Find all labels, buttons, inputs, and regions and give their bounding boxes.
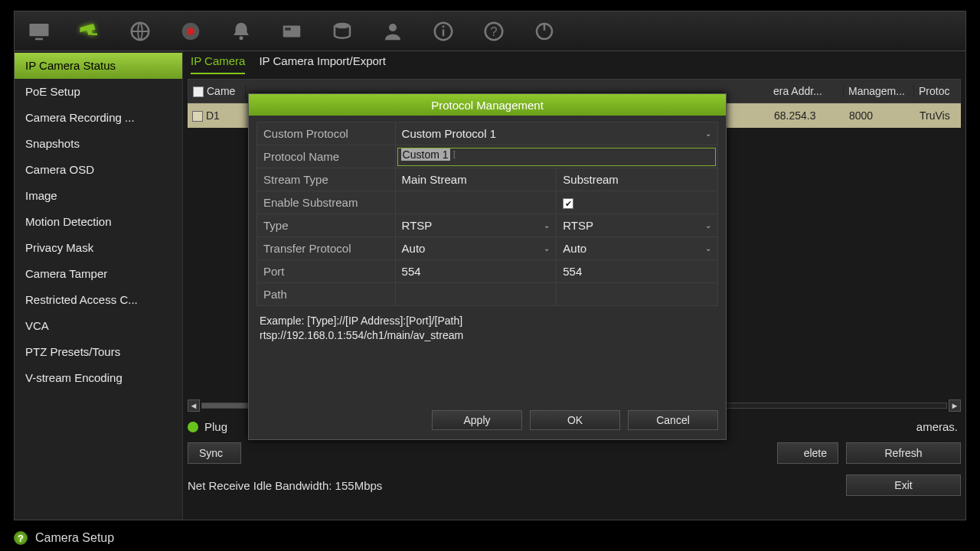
sidebar-item-privacy-mask[interactable]: Privacy Mask	[15, 235, 182, 261]
sync-button[interactable]: Sync	[188, 442, 241, 464]
top-toolbar: ?	[15, 11, 965, 51]
apply-button[interactable]: Apply	[432, 410, 522, 430]
help-icon[interactable]: ?	[475, 15, 512, 48]
cell-protocol: TruVis	[915, 109, 961, 122]
cancel-button[interactable]: Cancel	[628, 410, 718, 430]
sidebar-item-vstream-encoding[interactable]: V-stream Encoding	[15, 365, 182, 391]
custom-protocol-select[interactable]: Custom Protocol 1 ⌄	[402, 127, 711, 140]
select-all-checkbox[interactable]	[193, 86, 204, 97]
sidebar-item-restricted-access[interactable]: Restricted Access C...	[15, 287, 182, 313]
monitor-icon[interactable]	[21, 15, 57, 48]
label-type: Type	[257, 214, 396, 237]
protocol-management-dialog: Protocol Management Custom Protocol Cust…	[248, 93, 727, 440]
transfer-sub-select[interactable]: Auto⌄	[563, 242, 711, 255]
stream-type-main: Main Stream	[395, 168, 557, 191]
network-icon[interactable]	[122, 15, 158, 48]
dialog-title: Protocol Management	[249, 94, 726, 116]
cell-channel: D1	[206, 109, 220, 122]
label-protocol-name: Protocol Name	[257, 145, 396, 168]
transfer-main-select[interactable]: Auto⌄	[402, 242, 550, 255]
type-main-select[interactable]: RTSP⌄	[402, 219, 550, 232]
example-line1: Example: [Type]://[IP Address]:[Port]/[P…	[260, 314, 715, 328]
label-transfer-protocol: Transfer Protocol	[257, 237, 396, 260]
cell-mgmt-port: 8000	[844, 109, 915, 122]
svg-rect-13	[443, 25, 445, 28]
stream-type-sub: Substream	[557, 168, 718, 191]
sidebar-item-ip-camera-status[interactable]: IP Camera Status	[15, 53, 182, 79]
enable-substream-checkbox[interactable]: ✔	[563, 198, 573, 209]
info-icon[interactable]	[425, 15, 462, 48]
label-port: Port	[257, 260, 396, 283]
statusbar-text: Camera Setup	[35, 531, 114, 545]
svg-rect-1	[35, 37, 43, 40]
sidebar-item-camera-recording[interactable]: Camera Recording ...	[15, 105, 182, 131]
type-sub-select[interactable]: RTSP⌄	[563, 219, 711, 232]
row-checkbox[interactable]	[192, 111, 203, 122]
svg-point-9	[335, 22, 350, 28]
col-protocol: Protoc	[914, 85, 960, 97]
scroll-left-arrow[interactable]: ◄	[188, 399, 200, 412]
svg-rect-8	[285, 28, 291, 31]
scroll-right-arrow[interactable]: ►	[949, 399, 961, 412]
chevron-down-icon: ⌄	[705, 129, 711, 138]
example-line2: rtsp://192.168.0.1:554/ch1/main/av_strea…	[260, 328, 715, 343]
svg-point-10	[389, 24, 397, 31]
svg-rect-0	[30, 24, 49, 36]
sidebar-item-ptz-presets[interactable]: PTZ Presets/Tours	[15, 339, 182, 365]
label-path: Path	[257, 283, 396, 306]
exit-button[interactable]: Exit	[846, 474, 961, 496]
port-main-input[interactable]: 554	[395, 260, 557, 283]
hdd-icon[interactable]	[324, 15, 361, 48]
label-enable-substream: Enable Substream	[257, 191, 396, 214]
bandwidth-text: Net Receive Idle Bandwidth: 155Mbps	[188, 479, 382, 492]
label-stream-type: Stream Type	[257, 168, 396, 191]
alarm-icon[interactable]	[223, 15, 260, 48]
chevron-down-icon: ⌄	[705, 221, 711, 230]
chevron-down-icon: ⌄	[544, 244, 550, 253]
port-sub-input[interactable]: 554	[557, 260, 718, 283]
path-main-input[interactable]	[395, 283, 557, 306]
record-icon[interactable]	[172, 15, 209, 48]
status-dot-icon	[188, 422, 198, 432]
svg-rect-2	[92, 33, 98, 35]
camera-icon[interactable]	[71, 15, 108, 48]
sidebar-item-camera-osd[interactable]: Camera OSD	[15, 157, 182, 183]
status-text-left: Plug	[204, 420, 227, 433]
col-camera-address: era Addr...	[769, 85, 844, 97]
label-custom-protocol: Custom Protocol	[257, 122, 396, 145]
svg-rect-7	[283, 25, 301, 37]
ok-button[interactable]: OK	[530, 410, 620, 430]
status-text-right: ameras.	[916, 420, 958, 433]
tab-ip-camera[interactable]: IP Camera	[191, 54, 245, 74]
chevron-down-icon: ⌄	[544, 221, 550, 230]
path-sub-input[interactable]	[557, 283, 718, 306]
sidebar-item-camera-tamper[interactable]: Camera Tamper	[15, 261, 182, 287]
sidebar-item-poe-setup[interactable]: PoE Setup	[15, 79, 182, 105]
delete-button[interactable]: elete	[777, 442, 838, 464]
power-icon[interactable]	[526, 15, 563, 48]
sidebar-item-snapshots[interactable]: Snapshots	[15, 131, 182, 157]
protocol-name-input[interactable]: Custom 1 I	[397, 148, 716, 166]
sidebar-item-motion-detection[interactable]: Motion Detection	[15, 209, 182, 235]
help-badge-icon[interactable]: ?	[14, 531, 28, 545]
svg-point-6	[240, 36, 243, 40]
user-icon[interactable]	[374, 15, 411, 48]
svg-rect-12	[443, 29, 445, 36]
chevron-down-icon: ⌄	[705, 244, 711, 253]
tab-ip-camera-import-export[interactable]: IP Camera Import/Export	[259, 54, 386, 74]
sidebar-item-image[interactable]: Image	[15, 183, 182, 209]
refresh-button[interactable]: Refresh	[846, 442, 961, 464]
col-camera: Came	[207, 85, 235, 97]
svg-text:?: ?	[490, 24, 497, 38]
sidebar-item-vca[interactable]: VCA	[15, 313, 182, 339]
sidebar: IP Camera Status PoE Setup Camera Record…	[15, 51, 183, 520]
svg-point-5	[187, 28, 194, 35]
svg-rect-17	[544, 22, 546, 30]
device-icon[interactable]	[273, 15, 310, 48]
col-management: Managem...	[844, 85, 914, 97]
cell-address: 68.254.3	[769, 109, 844, 122]
